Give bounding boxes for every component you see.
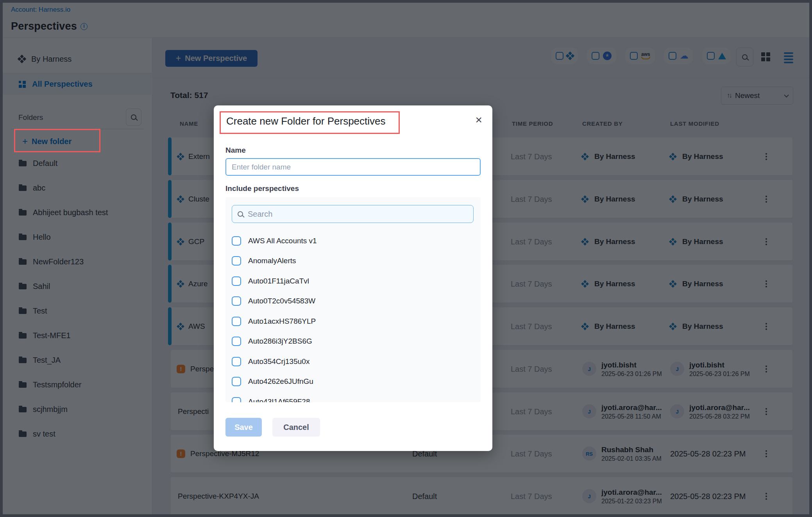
checkbox[interactable] [232,256,241,266]
perspective-option-label: Auto4262e6JUfnGu [248,377,313,386]
perspective-option[interactable]: Auto4262e6JUfnGu [232,372,474,392]
search-icon [238,211,243,217]
perspective-option[interactable]: Auto1acxHS786YLP [232,311,474,332]
perspective-option-label: Auto286i3jY2BS6G [248,337,312,346]
modal-title: Create new Folder for Perspectives [226,115,386,127]
perspective-option-label: AnomalyAlerts [248,257,296,265]
perspective-option-label: Auto354Crj135u0x [248,357,309,366]
perspective-option[interactable]: Auto0T2c0v54583W [232,291,474,312]
checkbox[interactable] [232,236,241,246]
save-button[interactable]: Save [225,418,262,437]
folder-name-input[interactable] [225,158,481,176]
perspectives-panel: AWS All Accounts v1 AnomalyAlerts Auto01… [225,197,481,402]
checkbox[interactable] [232,377,241,386]
perspective-option[interactable]: Auto286i3jY2BS6G [232,332,474,352]
perspectives-screen: Account: Harness.io Perspectives i By Ha… [0,0,812,517]
perspective-option[interactable]: AnomalyAlerts [232,251,474,271]
perspective-option[interactable]: Auto354Crj135u0x [232,351,474,372]
perspective-option[interactable]: Auto01F11jaCaTvl [232,271,474,291]
checkbox[interactable] [232,276,241,286]
perspective-option-label: AWS All Accounts v1 [248,237,317,245]
perspective-option-label: Auto01F11jaCaTvl [248,277,309,285]
include-perspectives-label: Include perspectives [225,184,299,193]
checkbox[interactable] [232,317,241,326]
perspective-options-list: AWS All Accounts v1 AnomalyAlerts Auto01… [232,231,474,402]
perspective-option-label: Auto1acxHS786YLP [248,317,316,326]
close-icon[interactable]: × [475,114,482,126]
perspective-option-label: Auto43I1Af659F28 [248,398,310,402]
perspective-option-label: Auto0T2c0v54583W [248,297,315,305]
checkbox[interactable] [232,337,241,346]
perspective-option[interactable]: AWS All Accounts v1 [232,231,474,251]
checkbox[interactable] [232,397,241,402]
create-folder-modal: Create new Folder for Perspectives × Nam… [214,105,492,451]
name-label: Name [225,146,246,155]
checkbox[interactable] [232,296,241,306]
cancel-button[interactable]: Cancel [272,418,320,437]
perspective-search-input[interactable] [248,210,468,219]
perspective-option[interactable]: Auto43I1Af659F28 [232,392,474,402]
checkbox[interactable] [232,357,241,366]
perspective-search-box[interactable] [232,205,474,223]
